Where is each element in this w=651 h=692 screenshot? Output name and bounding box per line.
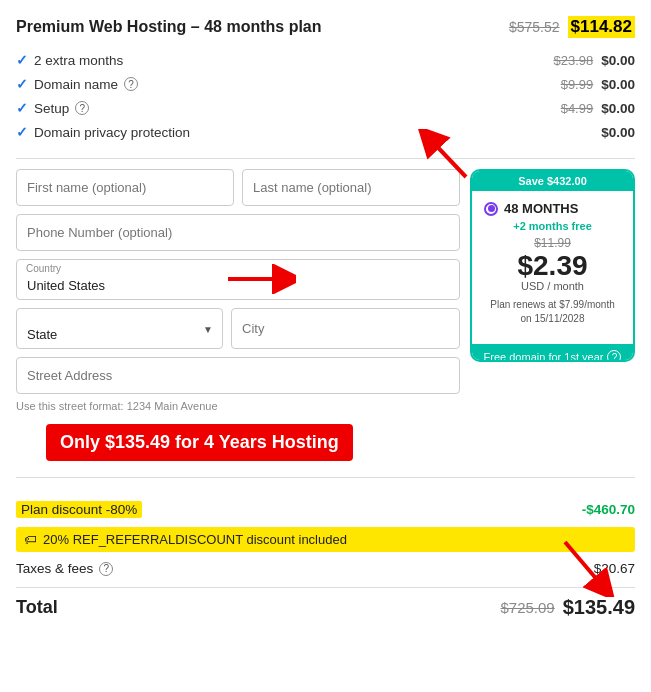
months-label: 48 MONTHS <box>504 201 578 216</box>
last-name-input[interactable] <box>242 169 460 206</box>
divider-2 <box>16 477 635 478</box>
radio-button[interactable] <box>484 202 498 216</box>
taxes-row: Taxes & fees ? $20.67 <box>16 556 635 581</box>
save-badge: Save $432.00 <box>472 171 633 191</box>
form-pricing-section: Country United States State <box>16 169 635 412</box>
street-input[interactable] <box>16 357 460 394</box>
taxes-amount: $20.67 <box>594 561 635 576</box>
plan-price-new: $114.82 <box>568 16 635 38</box>
red-banner: Only $135.49 for 4 Years Hosting <box>46 424 353 461</box>
total-row: Total $725.09 $135.49 <box>16 587 635 623</box>
phone-row <box>16 214 460 251</box>
street-hint: Use this street format: 1234 Main Avenue <box>16 400 460 412</box>
card-body: 48 MONTHS +2 months free $11.99 $2.39 US… <box>472 191 633 344</box>
info-icon[interactable]: ? <box>124 77 138 91</box>
main-price: $2.39 <box>484 252 621 280</box>
list-item: ✓ Domain name ? $9.99 $0.00 <box>16 72 635 96</box>
banner-wrap: Only $135.49 for 4 Years Hosting <box>16 424 635 461</box>
months-row: 48 MONTHS <box>484 201 621 216</box>
check-icon: ✓ <box>16 124 28 140</box>
plan-header: Premium Web Hosting – 48 months plan $57… <box>16 16 635 38</box>
total-section: Total $725.09 $135.49 <box>16 587 635 623</box>
taxes-info-icon[interactable]: ? <box>99 562 113 576</box>
name-row <box>16 169 460 206</box>
form-section: Country United States State <box>16 169 470 412</box>
plan-discount-row: Plan discount -80% -$460.70 <box>16 496 635 523</box>
free-months: +2 months free <box>484 220 621 232</box>
radio-dot-inner <box>488 205 495 212</box>
state-field-wrap: State <box>16 308 223 349</box>
check-icon: ✓ <box>16 52 28 68</box>
list-item: ✓ Domain privacy protection $0.00 <box>16 120 635 144</box>
was-price: $11.99 <box>484 236 621 250</box>
feature-new-price: $0.00 <box>601 53 635 68</box>
total-prices: $725.09 $135.49 <box>500 596 635 619</box>
renews-text: Plan renews at $7.99/month on 15/11/2028 <box>484 298 621 326</box>
feature-label: Domain privacy protection <box>34 125 190 140</box>
referral-row: 🏷 20% REF_REFERRALDISCOUNT discount incl… <box>16 527 635 552</box>
plan-title: Premium Web Hosting – 48 months plan <box>16 18 322 36</box>
check-icon: ✓ <box>16 76 28 92</box>
info-icon[interactable]: ? <box>75 101 89 115</box>
check-icon: ✓ <box>16 100 28 116</box>
feature-new-price: $0.00 <box>601 101 635 116</box>
feature-label: 2 extra months <box>34 53 123 68</box>
feature-new-price: $0.00 <box>601 125 635 140</box>
state-city-row: State <box>16 308 460 349</box>
list-item: ✓ Setup ? $4.99 $0.00 <box>16 96 635 120</box>
plan-price-original: $575.52 <box>509 19 560 35</box>
feature-orig-price: $4.99 <box>561 101 594 116</box>
free-domain-badge: Free domain for 1st year ? <box>470 344 635 362</box>
tag-icon: 🏷 <box>24 532 37 547</box>
total-orig-price: $725.09 <box>500 599 554 616</box>
total-label: Total <box>16 597 58 618</box>
free-domain-info-icon[interactable]: ? <box>607 350 621 362</box>
plan-discount-amount: -$460.70 <box>582 502 635 517</box>
pricing-card: Save $432.00 48 MONTHS +2 months free $1… <box>470 169 635 362</box>
currency-month: USD / month <box>484 280 621 292</box>
list-item: ✓ 2 extra months $23.98 $0.00 <box>16 48 635 72</box>
feature-label: Domain name <box>34 77 118 92</box>
city-input[interactable] <box>231 308 460 349</box>
divider <box>16 158 635 159</box>
first-name-input[interactable] <box>16 169 234 206</box>
plan-discount-label: Plan discount -80% <box>16 501 142 518</box>
plan-price-wrap: $575.52 $114.82 <box>509 16 635 38</box>
phone-input[interactable] <box>16 214 460 251</box>
feature-new-price: $0.00 <box>601 77 635 92</box>
feature-orig-price: $23.98 <box>553 53 593 68</box>
country-label: Country <box>26 263 61 274</box>
country-value[interactable]: United States <box>16 259 460 300</box>
feature-label: Setup <box>34 101 69 116</box>
country-row: Country United States <box>16 259 460 300</box>
free-domain-text: Free domain for 1st year <box>484 351 604 362</box>
feature-orig-price: $9.99 <box>561 77 594 92</box>
referral-label: 20% REF_REFERRALDISCOUNT discount includ… <box>43 532 347 547</box>
feature-list: ✓ 2 extra months $23.98 $0.00 ✓ Domain n… <box>16 48 635 144</box>
discount-section: Plan discount -80% -$460.70 🏷 20% REF_RE… <box>16 496 635 581</box>
state-select[interactable]: State <box>16 308 223 349</box>
total-new-price: $135.49 <box>563 596 635 619</box>
taxes-label: Taxes & fees <box>16 561 93 576</box>
country-field-wrap: Country United States <box>16 259 460 300</box>
